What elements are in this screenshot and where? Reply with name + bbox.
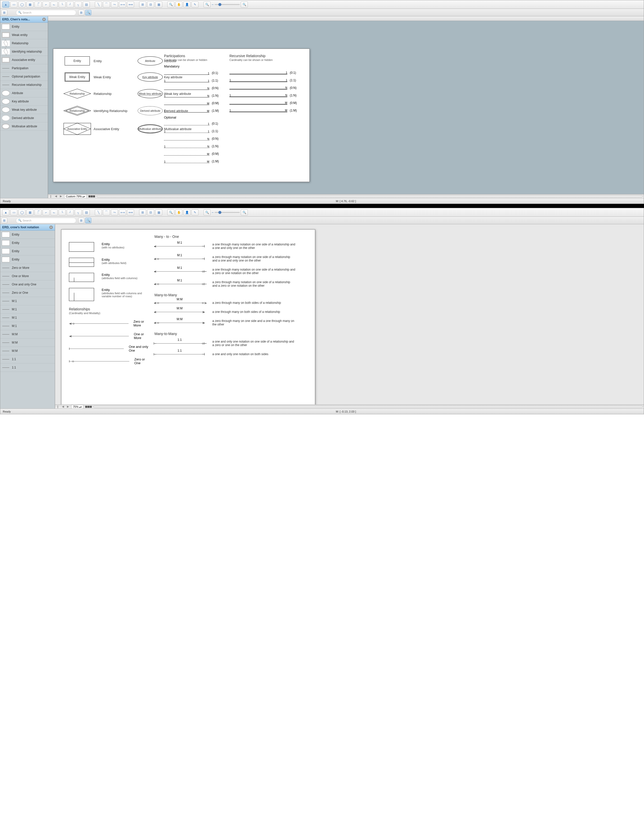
pointer-tool[interactable]: ▲: [2, 2, 9, 8]
align-h-tool[interactable]: ⟷: [119, 2, 126, 8]
shape-item[interactable]: Zero or One: [0, 289, 55, 297]
zoom-out-button[interactable]: 🔍: [204, 2, 210, 8]
zoom-in-button[interactable]: 🔍: [241, 2, 248, 8]
eyedropper-tool[interactable]: ✎: [192, 2, 198, 8]
tree-view-button[interactable]: ⊞: [1, 218, 7, 223]
rect-tool[interactable]: ▭: [10, 209, 17, 215]
format-painter-tool[interactable]: 👤: [183, 2, 190, 8]
grid-view-button[interactable]: ⊞: [78, 10, 84, 15]
group-tool[interactable]: ⊞: [139, 2, 146, 8]
polyline-tool[interactable]: ⤳: [111, 209, 118, 215]
shape-item[interactable]: M:1: [0, 305, 55, 314]
shape-participation[interactable]: Participation: [0, 64, 48, 72]
connector-tool-2[interactable]: ⌐: [43, 2, 49, 8]
pointer-tool[interactable]: ▲: [2, 209, 9, 215]
shape-multivalue-attribute[interactable]: Multivalue attribute: [0, 122, 48, 131]
connector-tool-6[interactable]: ┐: [75, 2, 82, 8]
zoom-select[interactable]: 75% ▴▾: [71, 405, 84, 409]
align-v-tool[interactable]: ⟺: [127, 2, 134, 8]
ungroup-tool[interactable]: ⊟: [147, 2, 154, 8]
pan-tool[interactable]: ✋: [175, 2, 182, 8]
connector-tool-6[interactable]: ┐: [75, 209, 82, 215]
zoom-tool[interactable]: 🔍: [167, 209, 174, 215]
shape-attribute[interactable]: Attribute: [0, 89, 48, 97]
shape-key-attribute[interactable]: Key attribute: [0, 97, 48, 106]
close-icon[interactable]: ×: [49, 226, 53, 229]
shape-entity[interactable]: Entity: [0, 23, 48, 31]
group-tool[interactable]: ⊞: [139, 209, 146, 215]
connector-tool-2[interactable]: ⌐: [43, 209, 49, 215]
page-first[interactable]: ‖: [56, 405, 60, 408]
search-button[interactable]: 🔍: [85, 10, 91, 15]
page-first[interactable]: ‖: [49, 195, 52, 198]
close-icon[interactable]: ×: [42, 18, 46, 21]
page-next[interactable]: ▶: [66, 405, 70, 408]
shape-item[interactable]: M:1: [0, 297, 55, 305]
shape-item[interactable]: M:M: [0, 347, 55, 355]
connector-tool-4[interactable]: └: [58, 209, 66, 215]
layers-tool[interactable]: ▦: [155, 2, 162, 8]
zoom-slider[interactable]: [215, 4, 240, 5]
zoom-select[interactable]: Custom 79% ▴▾: [64, 194, 87, 198]
zoom-tool[interactable]: 🔍: [167, 2, 174, 8]
connector-tool-3[interactable]: ⌙: [51, 2, 58, 8]
shape-item[interactable]: Entity: [0, 255, 55, 264]
shape-item[interactable]: M:M: [0, 338, 55, 347]
shape-item[interactable]: M:1: [0, 322, 55, 330]
zoom-in-button[interactable]: 🔍: [241, 209, 248, 215]
page-prev[interactable]: ◀: [61, 405, 64, 408]
canvas[interactable]: Entity(with no attributes) Entity(with a…: [55, 224, 644, 404]
pan-tool[interactable]: ✋: [175, 209, 182, 215]
shape-associative-entity[interactable]: Associative entity: [0, 56, 48, 64]
sidebar-header[interactable]: ERD, Chen's nota... ×: [0, 16, 48, 23]
horizontal-scrollbar[interactable]: [94, 406, 643, 408]
format-painter-tool[interactable]: 👤: [183, 209, 190, 215]
connector-tool-3[interactable]: ⌙: [51, 209, 58, 215]
connector-tool-4[interactable]: └: [58, 2, 66, 8]
ungroup-tool[interactable]: ⊟: [147, 209, 154, 215]
shape-item[interactable]: One or More: [0, 272, 55, 280]
grid-view-button[interactable]: ⊞: [78, 218, 84, 223]
shape-item[interactable]: One and only One: [0, 280, 55, 289]
sidebar-header[interactable]: ERD, crow's foot notation ×: [0, 224, 55, 231]
align-v-tool[interactable]: ⟺: [127, 209, 134, 215]
shape-relationship[interactable]: Relationship: [0, 39, 48, 48]
search-button[interactable]: 🔍: [85, 218, 91, 223]
shape-weak-key-attribute[interactable]: Weak key attribute: [0, 106, 48, 114]
tree-view-button[interactable]: ⊞: [1, 10, 7, 15]
line-tool[interactable]: ╲: [95, 209, 102, 215]
ellipse-tool[interactable]: ◯: [18, 2, 25, 8]
note-tool[interactable]: ▤: [83, 209, 90, 215]
shape-item[interactable]: M:M: [0, 330, 55, 338]
curve-tool[interactable]: ⌒: [103, 209, 110, 215]
connector-tool-1[interactable]: ⎾: [34, 209, 41, 215]
table-tool[interactable]: ▦: [26, 2, 34, 8]
shape-item[interactable]: 1:1: [0, 355, 55, 363]
connector-tool-1[interactable]: ⎾: [34, 2, 41, 8]
zoom-slider[interactable]: [215, 212, 240, 213]
eyedropper-tool[interactable]: ✎: [192, 209, 198, 215]
library-search[interactable]: 🔍 Search: [16, 10, 76, 15]
page-prev[interactable]: ◀: [54, 195, 58, 198]
connector-tool-5[interactable]: ┘: [67, 2, 74, 8]
shape-item[interactable]: Entity: [0, 231, 55, 239]
shape-item[interactable]: 1:1: [0, 363, 55, 372]
horizontal-scrollbar[interactable]: [97, 195, 643, 198]
ellipse-tool[interactable]: ◯: [18, 209, 25, 215]
shape-recursive-relationship[interactable]: Recursive relationship: [0, 81, 48, 89]
polyline-tool[interactable]: ⤳: [111, 2, 118, 8]
curve-tool[interactable]: ⌒: [103, 2, 110, 8]
connector-tool-5[interactable]: ┘: [67, 209, 74, 215]
line-tool[interactable]: ╲: [95, 2, 102, 8]
zoom-out-button[interactable]: 🔍: [204, 209, 210, 215]
note-tool[interactable]: ▤: [83, 2, 90, 8]
shape-weak-entity[interactable]: Weak entity: [0, 31, 48, 39]
shape-derived-attribute[interactable]: Derived attribute: [0, 114, 48, 122]
shape-optional-participation[interactable]: Optional participation: [0, 72, 48, 81]
layers-tool[interactable]: ▦: [155, 209, 162, 215]
shape-item[interactable]: Entity: [0, 239, 55, 247]
shape-item[interactable]: M:1: [0, 314, 55, 322]
page-next[interactable]: ▶: [59, 195, 63, 198]
canvas[interactable]: Entity Entity Attribute Attribute Weak E…: [48, 21, 644, 194]
library-search[interactable]: 🔍 Search: [16, 218, 76, 223]
